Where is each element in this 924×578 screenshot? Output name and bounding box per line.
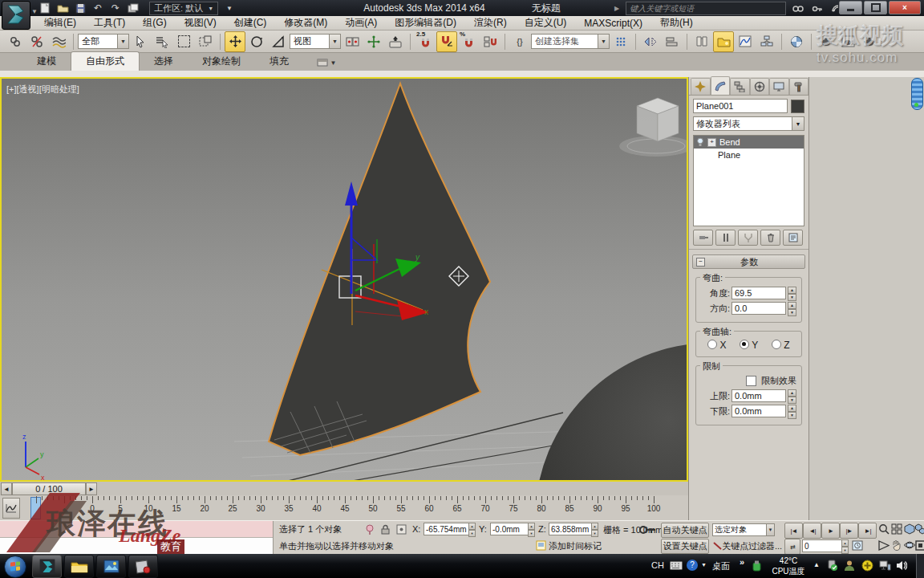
window-crossing-toggle[interactable] [195, 31, 216, 52]
tray-expand-icon[interactable]: ▲ [813, 561, 820, 568]
object-name-field[interactable]: Plane001 [693, 99, 788, 113]
make-unique-button[interactable] [738, 230, 758, 246]
track-bar[interactable]: 0510152025303540455055606570758085909510… [0, 495, 688, 521]
open-file-icon[interactable] [56, 2, 69, 14]
unlink-selection-button[interactable] [26, 31, 47, 52]
ribbon-tab-3[interactable]: 对象绘制 [188, 52, 255, 71]
show-desktop-button[interactable] [916, 554, 924, 578]
new-file-icon[interactable] [38, 2, 51, 14]
select-and-scale-button[interactable] [268, 31, 289, 52]
usb-safely-remove-icon[interactable] [826, 560, 837, 572]
field-of-view-icon[interactable] [877, 539, 890, 552]
select-by-name-button[interactable] [152, 31, 172, 52]
next-frame-button[interactable]: |► [840, 523, 858, 539]
language-indicator[interactable]: CH [651, 560, 664, 570]
radio-x[interactable] [707, 340, 717, 349]
x-coord-field[interactable]: -65.754mm [424, 523, 470, 535]
lower-limit-spinner[interactable]: ▲▼ [788, 405, 796, 417]
maximize-button[interactable] [864, 1, 887, 14]
bind-to-space-warp-button[interactable] [48, 31, 69, 52]
render-production-button[interactable] [859, 31, 880, 52]
expand-icon[interactable]: + [707, 138, 716, 147]
menu-item-5[interactable]: 修改器(M) [275, 16, 336, 30]
angle-field[interactable]: 69.5 [732, 287, 786, 299]
material-editor-button[interactable] [786, 31, 807, 52]
menu-item-11[interactable]: 帮助(H) [651, 16, 702, 30]
current-frame-field[interactable]: 0 [802, 539, 844, 552]
use-pivot-point-center-button[interactable] [342, 31, 363, 52]
open-mini-curve-editor-button[interactable] [2, 498, 20, 519]
z-coord-spinner[interactable]: ▲▼ [591, 523, 598, 535]
orbit-icon[interactable] [903, 539, 915, 552]
menu-item-2[interactable]: 组(G) [134, 16, 175, 30]
radio-y[interactable] [740, 340, 749, 349]
menu-item-8[interactable]: 渲染(R) [465, 16, 516, 30]
snaps-toggle-button[interactable]: 2.5 [415, 31, 436, 52]
selection-set-mode-dropdown[interactable]: 选定对象 [712, 523, 768, 536]
binoculars-icon[interactable] [792, 5, 805, 13]
align-button[interactable] [662, 31, 683, 52]
select-and-rotate-button[interactable] [246, 31, 267, 52]
show-end-result-button[interactable] [715, 230, 736, 246]
menu-item-3[interactable]: 视图(V) [176, 16, 225, 30]
radio-z[interactable] [772, 340, 781, 349]
edit-named-selection-sets-button[interactable]: {} [509, 31, 530, 52]
menu-item-4[interactable]: 创建(C) [225, 16, 276, 30]
menu-item-6[interactable]: 动画(A) [336, 16, 386, 30]
object-color-swatch[interactable] [791, 100, 804, 113]
auto-key-button[interactable]: 自动关键点 [661, 523, 709, 538]
zoom-extents-all-icon[interactable] [914, 523, 924, 535]
tab-display[interactable] [769, 78, 789, 95]
ribbon-tab-2[interactable]: 选择 [140, 52, 188, 71]
speaker-tray-icon[interactable] [896, 560, 907, 571]
tab-motion[interactable] [750, 78, 770, 95]
selection-filter-dropdown[interactable]: 全部 ▼ [78, 34, 129, 49]
time-configuration-icon[interactable] [850, 539, 864, 552]
tab-create[interactable] [691, 78, 711, 95]
mini-listener-macro-row[interactable] [0, 521, 273, 538]
search-input[interactable] [626, 2, 786, 15]
selection-set-dropdown-arrow[interactable]: ▼ [766, 523, 775, 536]
bend-axis-y-option[interactable]: Y [740, 340, 758, 351]
next-frame-arrow[interactable]: ► [86, 482, 97, 495]
zoom-extents-icon[interactable] [903, 523, 915, 535]
modifier-stack-item-bend[interactable]: + Bend [694, 136, 804, 149]
named-selection-sets-dropdown[interactable]: 创建选择集 ▼ [531, 34, 610, 49]
maxscript-mini-listener[interactable] [0, 521, 274, 555]
x-coord-spinner[interactable]: ▲▼ [468, 523, 476, 535]
reference-coordinate-system-dropdown[interactable]: 视图 ▼ [290, 34, 341, 49]
rendered-frame-window-button[interactable] [837, 31, 858, 52]
keyboard-layout-icon[interactable] [670, 561, 683, 570]
add-time-tag[interactable]: 添加时间标记 [549, 540, 602, 552]
workspace-dropdown[interactable]: 工作区: 默认 ▼ [149, 2, 218, 15]
zoom-all-icon[interactable] [890, 523, 902, 535]
taskbar-explorer-button[interactable] [64, 555, 94, 578]
curve-editor-button[interactable] [735, 31, 756, 52]
ribbon-tab-0[interactable]: 建模 [22, 52, 71, 71]
menu-item-9[interactable]: 自定义(U) [516, 16, 576, 30]
ribbon-tab-4[interactable]: 填充 [255, 52, 303, 71]
menu-item-1[interactable]: 工具(T) [85, 16, 134, 30]
maximize-viewport-toggle-icon[interactable] [914, 539, 924, 552]
bend-axis-x-option[interactable]: X [707, 340, 726, 351]
time-tag-icon[interactable] [534, 539, 548, 552]
set-key-button[interactable]: 设置关键点 [661, 539, 709, 554]
modifier-stack-item-plane[interactable]: Plane [694, 149, 804, 161]
spinner-snap-toggle-button[interactable] [480, 31, 500, 52]
desktop-toolbar-label[interactable]: 桌面 [712, 560, 730, 572]
upper-limit-field[interactable]: 0.0mm [732, 389, 786, 402]
undo-icon[interactable]: ↶ [91, 2, 104, 14]
tab-modify[interactable] [711, 76, 731, 95]
project-folder-icon[interactable] [127, 2, 140, 14]
render-setup-button[interactable] [816, 31, 837, 52]
percent-snap-toggle-button[interactable]: % [458, 31, 479, 52]
select-and-move-button[interactable] [225, 31, 245, 52]
time-slider-handle[interactable]: 0 / 100 [12, 482, 86, 495]
select-and-manipulate-button[interactable] [363, 31, 384, 52]
viewport-label[interactable]: [+][透视][明暗处理] [6, 83, 79, 96]
absolute-offset-toggle-icon[interactable] [395, 523, 408, 536]
application-menu-arrow-icon[interactable]: ▼ [31, 8, 38, 15]
close-button[interactable]: × [889, 1, 921, 14]
previous-frame-arrow[interactable]: ◄ [1, 482, 12, 495]
taskbar-media-app-button[interactable] [128, 555, 158, 578]
